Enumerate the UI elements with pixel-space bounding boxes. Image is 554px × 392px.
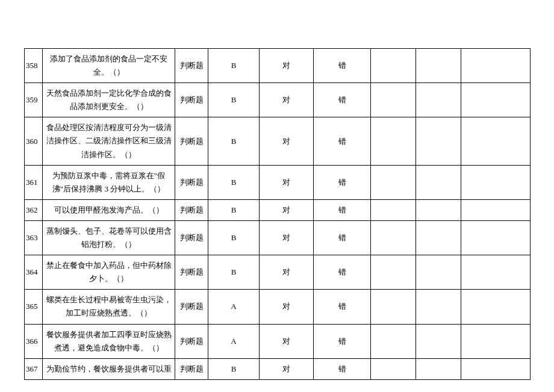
table-row: 361 为预防豆浆中毒，需将豆浆在"假沸"后保持沸腾 3 分钟以上。（） 判断题… bbox=[25, 165, 531, 199]
cell-empty bbox=[461, 199, 531, 220]
cell-num: 361 bbox=[25, 165, 43, 199]
cell-empty bbox=[461, 358, 531, 379]
cell-empty bbox=[371, 290, 416, 324]
cell-empty bbox=[416, 83, 461, 117]
cell-opt1: 对 bbox=[260, 290, 314, 324]
cell-type: 判断题 bbox=[175, 255, 208, 290]
cell-empty bbox=[416, 358, 461, 379]
cell-opt2: 错 bbox=[314, 199, 371, 220]
cell-num: 365 bbox=[25, 290, 43, 324]
cell-num: 358 bbox=[25, 49, 43, 83]
cell-question: 螺类在生长过程中易被寄生虫污染，加工时应烧熟煮透。（） bbox=[43, 290, 175, 324]
cell-opt2: 错 bbox=[314, 324, 371, 358]
cell-opt1: 对 bbox=[260, 117, 314, 165]
cell-opt2: 错 bbox=[314, 49, 371, 83]
cell-question: 餐饮服务提供者加工四季豆时应烧熟煮透，避免造成食物中毒。（） bbox=[43, 324, 175, 358]
cell-type: 判断题 bbox=[175, 324, 208, 358]
cell-empty bbox=[461, 117, 531, 165]
cell-num: 362 bbox=[25, 199, 43, 220]
cell-answer: B bbox=[208, 49, 260, 83]
cell-empty bbox=[371, 117, 416, 165]
cell-opt1: 对 bbox=[260, 83, 314, 117]
cell-question: 为勤俭节约，餐饮服务提供者可以重 bbox=[43, 358, 175, 379]
cell-answer: B bbox=[208, 165, 260, 199]
table-row: 365 螺类在生长过程中易被寄生虫污染，加工时应烧熟煮透。（） 判断题 A 对 … bbox=[25, 290, 531, 324]
cell-opt2: 错 bbox=[314, 83, 371, 117]
cell-opt2: 错 bbox=[314, 290, 371, 324]
cell-opt1: 对 bbox=[260, 324, 314, 358]
cell-empty bbox=[416, 220, 461, 255]
cell-opt1: 对 bbox=[260, 199, 314, 220]
cell-empty bbox=[461, 255, 531, 290]
cell-num: 359 bbox=[25, 83, 43, 117]
cell-question: 食品处理区按清洁程度可分为一级清洁操作区、二级清洁操作区和三级清洁操作区。（） bbox=[43, 117, 175, 165]
cell-empty bbox=[461, 290, 531, 324]
cell-empty bbox=[416, 324, 461, 358]
cell-type: 判断题 bbox=[175, 220, 208, 255]
cell-empty bbox=[461, 220, 531, 255]
cell-question: 天然食品添加剂一定比化学合成的食品添加剂更安全。（） bbox=[43, 83, 175, 117]
cell-empty bbox=[416, 49, 461, 83]
cell-num: 366 bbox=[25, 324, 43, 358]
cell-question: 为预防豆浆中毒，需将豆浆在"假沸"后保持沸腾 3 分钟以上。（） bbox=[43, 165, 175, 199]
table-row: 367 为勤俭节约，餐饮服务提供者可以重 判断题 B 对 错 bbox=[25, 358, 531, 379]
cell-empty bbox=[371, 199, 416, 220]
cell-type: 判断题 bbox=[175, 49, 208, 83]
cell-type: 判断题 bbox=[175, 83, 208, 117]
cell-question: 添加了食品添加剂的食品一定不安全。（） bbox=[43, 49, 175, 83]
cell-empty bbox=[416, 255, 461, 290]
cell-answer: B bbox=[208, 358, 260, 379]
cell-opt2: 错 bbox=[314, 255, 371, 290]
cell-empty bbox=[416, 199, 461, 220]
cell-question: 禁止在餐食中加入药品，但中药材除夕卜。（） bbox=[43, 255, 175, 290]
cell-type: 判断题 bbox=[175, 290, 208, 324]
cell-num: 364 bbox=[25, 255, 43, 290]
cell-empty bbox=[371, 255, 416, 290]
cell-type: 判断题 bbox=[175, 358, 208, 379]
cell-opt2: 错 bbox=[314, 358, 371, 379]
table-row: 362 可以使用甲醛泡发海产品。（） 判断题 B 对 错 bbox=[25, 199, 531, 220]
cell-empty bbox=[461, 324, 531, 358]
cell-empty bbox=[461, 83, 531, 117]
cell-num: 360 bbox=[25, 117, 43, 165]
cell-empty bbox=[371, 49, 416, 83]
cell-type: 判断题 bbox=[175, 117, 208, 165]
cell-opt1: 对 bbox=[260, 358, 314, 379]
cell-opt2: 错 bbox=[314, 165, 371, 199]
table-row: 366 餐饮服务提供者加工四季豆时应烧熟煮透，避免造成食物中毒。（） 判断题 A… bbox=[25, 324, 531, 358]
table-row: 360 食品处理区按清洁程度可分为一级清洁操作区、二级清洁操作区和三级清洁操作区… bbox=[25, 117, 531, 165]
cell-answer: B bbox=[208, 255, 260, 290]
cell-opt1: 对 bbox=[260, 255, 314, 290]
cell-question: 蒸制馒头、包子、花卷等可以使用含铝泡打粉。（） bbox=[43, 220, 175, 255]
cell-answer: B bbox=[208, 83, 260, 117]
cell-opt1: 对 bbox=[260, 165, 314, 199]
cell-answer: A bbox=[208, 324, 260, 358]
question-table: 358 添加了食品添加剂的食品一定不安全。（） 判断题 B 对 错 359 天然… bbox=[24, 48, 531, 380]
cell-empty bbox=[416, 117, 461, 165]
cell-answer: A bbox=[208, 290, 260, 324]
cell-num: 367 bbox=[25, 358, 43, 379]
cell-num: 363 bbox=[25, 220, 43, 255]
cell-answer: B bbox=[208, 220, 260, 255]
cell-empty bbox=[371, 220, 416, 255]
cell-empty bbox=[371, 83, 416, 117]
cell-opt2: 错 bbox=[314, 220, 371, 255]
cell-opt2: 错 bbox=[314, 117, 371, 165]
cell-answer: B bbox=[208, 117, 260, 165]
cell-empty bbox=[416, 165, 461, 199]
cell-empty bbox=[371, 324, 416, 358]
cell-type: 判断题 bbox=[175, 165, 208, 199]
table-row: 359 天然食品添加剂一定比化学合成的食品添加剂更安全。（） 判断题 B 对 错 bbox=[25, 83, 531, 117]
table-row: 363 蒸制馒头、包子、花卷等可以使用含铝泡打粉。（） 判断题 B 对 错 bbox=[25, 220, 531, 255]
cell-opt1: 对 bbox=[260, 220, 314, 255]
table-row: 364 禁止在餐食中加入药品，但中药材除夕卜。（） 判断题 B 对 错 bbox=[25, 255, 531, 290]
cell-empty bbox=[416, 290, 461, 324]
cell-answer: B bbox=[208, 199, 260, 220]
cell-empty bbox=[461, 165, 531, 199]
cell-empty bbox=[371, 165, 416, 199]
table-row: 358 添加了食品添加剂的食品一定不安全。（） 判断题 B 对 错 bbox=[25, 49, 531, 83]
cell-opt1: 对 bbox=[260, 49, 314, 83]
cell-empty bbox=[461, 49, 531, 83]
cell-type: 判断题 bbox=[175, 199, 208, 220]
cell-question: 可以使用甲醛泡发海产品。（） bbox=[43, 199, 175, 220]
